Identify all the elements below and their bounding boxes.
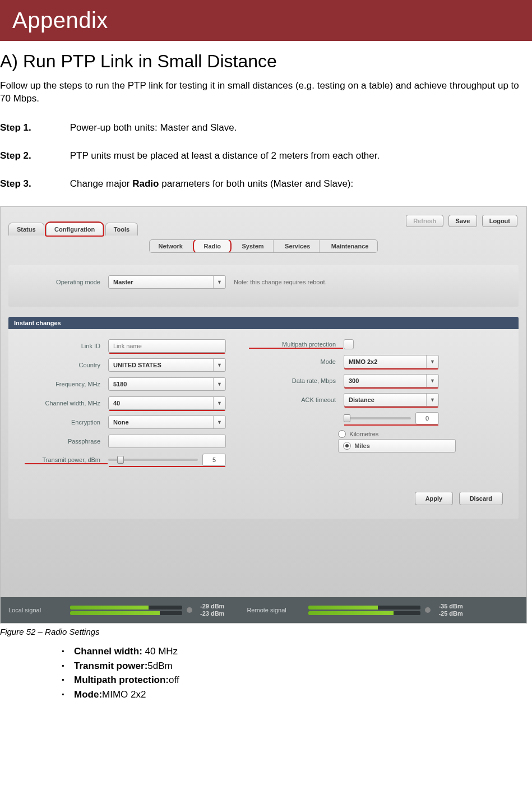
distance-slider[interactable]: 0 xyxy=(344,412,439,424)
channel-width-value: 40 xyxy=(113,400,120,407)
ack-timeout-value: Distance xyxy=(349,396,374,403)
remote-signal-a: -35 dBm xyxy=(438,603,462,610)
instant-changes-panel: Instant changes Link ID Country UNITED S… xyxy=(8,317,519,519)
channel-width-label: Channel width, MHz xyxy=(24,400,108,407)
frequency-select[interactable]: 5180▼ xyxy=(108,377,226,391)
tab-configuration[interactable]: Configuration xyxy=(46,223,103,236)
save-button[interactable]: Save xyxy=(448,215,478,227)
apply-button[interactable]: Apply xyxy=(415,492,454,505)
discard-button[interactable]: Discard xyxy=(459,492,503,505)
top-bar: Status Configuration Tools Refresh Save … xyxy=(8,213,519,235)
data-rate-select[interactable]: 300▼ xyxy=(344,374,439,387)
operating-mode-note: Note: this change requires reboot. xyxy=(234,279,327,285)
transmit-power-value[interactable]: 5 xyxy=(202,454,226,466)
step-text-prefix: Change major xyxy=(70,178,133,189)
parameter-list: Channel width: 40 MHz Transmit power:5dB… xyxy=(0,644,532,701)
operating-mode-select[interactable]: Master ▼ xyxy=(108,275,226,289)
signal-status-bar: Local signal -29 dBm -23 dBm Remote sign… xyxy=(1,597,526,623)
appendix-banner: Appendix xyxy=(0,0,532,41)
banner-title: Appendix xyxy=(12,8,520,33)
country-select[interactable]: UNITED STATES▼ xyxy=(108,358,226,372)
subtab-radio[interactable]: Radio xyxy=(195,240,230,252)
operating-mode-panel: Operating mode Master ▼ Note: this chang… xyxy=(8,265,519,307)
local-signal-label: Local signal xyxy=(8,607,70,613)
mode-value: MIMO 2x2 xyxy=(349,358,377,365)
logout-button[interactable]: Logout xyxy=(482,215,517,227)
chevron-down-icon: ▼ xyxy=(426,375,438,387)
top-right-buttons: Refresh Save Logout xyxy=(404,215,517,227)
remote-signal-b: -25 dBm xyxy=(438,610,462,617)
ack-timeout-label: ACK timeout xyxy=(248,396,344,403)
local-signal-led xyxy=(187,607,192,613)
main-tab-bar: Status Configuration Tools xyxy=(8,223,137,236)
param-multipath: Multipath protection:off xyxy=(62,673,532,687)
chevron-down-icon: ▼ xyxy=(426,394,438,406)
tab-tools[interactable]: Tools xyxy=(105,223,138,236)
frequency-label: Frequency, MHz xyxy=(24,381,108,387)
units-kilometres-radio[interactable]: Kilometres xyxy=(338,430,378,438)
subtab-network[interactable]: Network xyxy=(150,240,192,252)
step-text: Change major Radio parameters for both u… xyxy=(70,178,519,190)
ack-timeout-select[interactable]: Distance▼ xyxy=(344,393,439,407)
multipath-checkbox[interactable] xyxy=(344,339,354,349)
step-2: Step 2. PTP units must be placed at leas… xyxy=(0,150,532,161)
chevron-down-icon: ▼ xyxy=(213,397,225,409)
local-signal-bars xyxy=(70,603,182,617)
subtab-system[interactable]: System xyxy=(233,240,273,252)
remote-signal-values: -35 dBm -25 dBm xyxy=(438,603,462,617)
frequency-value: 5180 xyxy=(113,381,127,387)
units-km-label: Kilometres xyxy=(349,431,378,437)
data-rate-value: 300 xyxy=(349,377,359,384)
transmit-power-slider[interactable]: 5 xyxy=(108,454,226,466)
units-mi-label: Miles xyxy=(354,442,370,449)
encryption-select[interactable]: None▼ xyxy=(108,415,226,429)
transmit-power-label: Transmit power, dBm xyxy=(24,456,108,463)
step-label: Step 1. xyxy=(0,122,67,133)
passphrase-field[interactable] xyxy=(113,438,221,445)
step-1: Step 1. Power-up both units: Master and … xyxy=(0,122,532,133)
mode-select[interactable]: MIMO 2x2▼ xyxy=(344,355,439,368)
param-mode: Mode:MIMO 2x2 xyxy=(62,687,532,702)
subtab-maintenance[interactable]: Maintenance xyxy=(322,240,378,252)
param-channel-width: Channel width: 40 MHz xyxy=(62,644,532,659)
link-id-input[interactable] xyxy=(108,339,226,353)
channel-width-select[interactable]: 40▼ xyxy=(108,396,226,410)
distance-value[interactable]: 0 xyxy=(415,412,439,424)
units-miles-radio[interactable]: Miles xyxy=(338,439,456,453)
remote-signal-led xyxy=(425,607,431,613)
chevron-down-icon: ▼ xyxy=(213,378,225,390)
chevron-down-icon: ▼ xyxy=(426,355,438,368)
step-label: Step 2. xyxy=(0,150,67,161)
link-id-field[interactable] xyxy=(113,343,221,349)
subtab-services[interactable]: Services xyxy=(276,240,320,252)
encryption-value: None xyxy=(113,419,129,426)
refresh-button[interactable]: Refresh xyxy=(406,215,443,227)
right-column: Multipath protection Mode MIMO 2x2▼ Data… xyxy=(248,339,503,472)
intro-paragraph: Follow up the steps to run the PTP link … xyxy=(0,80,532,105)
local-signal-values: -29 dBm -23 dBm xyxy=(200,603,224,617)
local-signal-a: -29 dBm xyxy=(200,603,224,610)
link-id-label: Link ID xyxy=(24,343,108,349)
operating-mode-value: Master xyxy=(113,279,133,285)
chevron-down-icon: ▼ xyxy=(213,359,225,371)
figure-caption: Figure 52 – Radio Settings xyxy=(0,627,532,636)
data-rate-label: Data rate, Mbps xyxy=(248,377,344,384)
sub-tab-bar: Network Radio System Services Maintenanc… xyxy=(8,239,519,255)
action-buttons: Apply Discard xyxy=(8,484,519,519)
step-label: Step 3. xyxy=(0,178,67,190)
multipath-label: Multipath protection xyxy=(248,341,344,348)
tab-status[interactable]: Status xyxy=(8,223,44,236)
instant-changes-header: Instant changes xyxy=(8,317,519,329)
mode-label: Mode xyxy=(248,358,344,365)
operating-mode-label: Operating mode xyxy=(24,279,108,285)
section-heading: A) Run PTP Link in Small Distance xyxy=(0,51,532,72)
chevron-down-icon: ▼ xyxy=(213,416,225,428)
passphrase-label: Passphrase xyxy=(24,438,108,445)
step-text: PTP units must be placed at least a dist… xyxy=(70,150,519,161)
passphrase-input[interactable] xyxy=(108,435,226,448)
chevron-down-icon: ▼ xyxy=(213,276,225,288)
step-text-suffix: parameters for both units (Master and Sl… xyxy=(159,178,353,189)
step-3: Step 3. Change major Radio parameters fo… xyxy=(0,178,532,190)
encryption-label: Encryption xyxy=(24,419,108,426)
remote-signal-label: Remote signal xyxy=(247,607,308,613)
